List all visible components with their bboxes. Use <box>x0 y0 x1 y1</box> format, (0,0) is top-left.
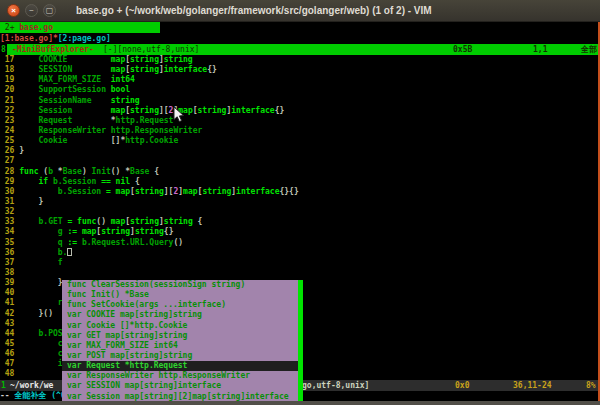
popup-scrollbar[interactable] <box>298 280 303 401</box>
line-number: 21 <box>0 96 14 106</box>
code-line-38[interactable]: 38 <box>0 268 598 278</box>
buffer-item-base-go[interactable]: [1:base.go]* <box>0 34 58 43</box>
code-line-30[interactable]: 30 b.Session = map[string][2]map[string]… <box>0 187 598 197</box>
completion-item[interactable]: var Session map[string][2]map[string]int… <box>62 392 298 401</box>
code-line-34[interactable]: 34 g := map[string]string{} <box>0 227 598 237</box>
statusline-hex-value: 0x5B <box>453 44 472 55</box>
minimize-button[interactable]: − <box>25 4 38 17</box>
code-token: string <box>101 227 130 236</box>
completion-item[interactable]: var COOKIE map[string]string <box>62 310 298 320</box>
code-token: b.POS <box>19 329 62 338</box>
code-token: SESSION <box>19 65 111 74</box>
statusline-buffer-name: -MiniBufExplorer- <box>12 44 94 55</box>
code-token: { <box>193 217 203 226</box>
code-token: string <box>164 217 193 226</box>
code-token: Base <box>130 167 149 176</box>
code-token: () <box>173 238 183 247</box>
vim-tabline: 2+ base.go <box>0 22 598 33</box>
statusline-prefix: 8 <box>1 44 6 55</box>
completion-popup: func ClearSession(sessionSign string)fun… <box>62 280 303 401</box>
code-line-17[interactable]: 17 COOKIE map[string]string <box>0 55 598 65</box>
line-number: 34 <box>0 227 14 237</box>
maximize-button[interactable]: ▢ <box>43 4 56 17</box>
code-token: interface <box>236 187 279 196</box>
code-token: Request <box>19 116 111 125</box>
code-token: ResponseWriter <box>19 126 111 135</box>
buffer-item-page-go[interactable]: [2:page.go] <box>58 34 111 43</box>
code-line-24[interactable]: 24 ResponseWriter http.ResponseWriter <box>0 126 598 136</box>
code-line-18[interactable]: 18 SESSION map[string]interface{} <box>0 65 598 75</box>
code-token: r <box>19 298 62 307</box>
code-token: Init <box>92 167 111 176</box>
code-token: map <box>116 187 130 196</box>
line-number: 33 <box>0 217 14 227</box>
completion-item[interactable]: var SESSION map[string]interface <box>62 381 298 391</box>
line-number: 32 <box>0 207 14 217</box>
code-token: string <box>130 217 159 226</box>
completion-item[interactable]: func ClearSession(sessionSign string) <box>62 280 298 290</box>
code-token: } <box>19 146 24 155</box>
statusline-window-num: 1 <box>1 380 6 391</box>
vim-window: × − ▢ base.go + (~/work/web/golanger/fra… <box>0 0 600 405</box>
code-line-33[interactable]: 33 b.GET = func() map[string]string { <box>0 217 598 227</box>
line-number: 31 <box>0 197 14 207</box>
statusline-scroll-pct: 8% <box>586 380 596 391</box>
code-line-27[interactable]: 27 <box>0 156 598 166</box>
completion-item[interactable]: var GET map[string]string <box>62 331 298 341</box>
code-line-21[interactable]: 21 SessionName string <box>0 96 598 106</box>
completion-item[interactable]: var ResponseWriter http.ResponseWriter <box>62 371 298 381</box>
code-token: func <box>77 217 96 226</box>
code-token: { <box>149 167 159 176</box>
code-token: Cookie <box>19 136 111 145</box>
code-token: {} <box>275 106 285 115</box>
code-token <box>19 177 38 186</box>
code-token: string <box>202 187 231 196</box>
line-number: 18 <box>0 65 14 75</box>
vim-editor-area: 2+ base.go [1:base.go]*[2:page.go] 8 -Mi… <box>0 22 600 401</box>
code-token: * <box>53 167 63 176</box>
line-number: 26 <box>0 146 14 156</box>
completion-item[interactable]: func Init() *Base <box>62 290 298 300</box>
close-button[interactable]: × <box>7 4 20 17</box>
code-token: := <box>67 227 77 236</box>
code-token: }() <box>19 309 53 318</box>
code-line-37[interactable]: 37 f <box>0 258 598 268</box>
code-token: nil <box>116 177 130 186</box>
minimize-icon: − <box>29 7 34 15</box>
code-line-28[interactable]: 28func (b *Base) Init() *Base { <box>0 167 598 177</box>
statusline-hex-value: 0x0 <box>455 380 469 391</box>
line-number: 27 <box>0 156 14 166</box>
code-line-35[interactable]: 35 q := b.Request.URL.Query() <box>0 238 598 248</box>
code-line-22[interactable]: 22 Session map[string][2]map[string]inte… <box>0 106 598 116</box>
code-token: http.ResponseWriter <box>111 126 203 135</box>
window-titlebar[interactable]: × − ▢ base.go + (~/work/web/golanger/fra… <box>0 0 600 22</box>
line-number: 40 <box>0 288 14 298</box>
tab-current[interactable]: 2+ base.go <box>0 22 160 33</box>
line-number: 38 <box>0 268 14 278</box>
code-token: map <box>82 227 96 236</box>
code-token: bool <box>111 85 130 94</box>
code-token: map <box>111 65 125 74</box>
completion-item-selected[interactable]: var Request *http.Request <box>62 361 298 371</box>
code-token: {}{} <box>279 187 298 196</box>
completion-item[interactable]: var Cookie []*http.Cookie <box>62 321 298 331</box>
code-token: b.GET <box>19 217 67 226</box>
close-icon: × <box>11 7 16 15</box>
code-line-36[interactable]: 36 b. <box>0 248 598 258</box>
completion-item[interactable]: var POST map[string]string <box>62 351 298 361</box>
code-line-23[interactable]: 23 Request *http.Request <box>0 116 598 126</box>
code-token: i <box>19 359 62 368</box>
completion-item[interactable]: func SetCookie(args ...interface) <box>62 300 298 310</box>
code-line-26[interactable]: 26} <box>0 146 598 156</box>
code-line-29[interactable]: 29 if b.Session == nil { <box>0 177 598 187</box>
minibufexplorer-line: [1:base.go]*[2:page.go] <box>0 33 598 44</box>
line-number: 20 <box>0 85 14 95</box>
code-line-32[interactable]: 32 <box>0 207 598 217</box>
code-line-20[interactable]: 20 SupportSession bool <box>0 85 598 95</box>
code-token: []* <box>111 136 125 145</box>
window-bottom-grip[interactable] <box>0 401 600 405</box>
completion-item[interactable]: var MAX_FORM_SIZE int64 <box>62 341 298 351</box>
code-line-19[interactable]: 19 MAX_FORM_SIZE int64 <box>0 75 598 85</box>
code-line-25[interactable]: 25 Cookie []*http.Cookie <box>0 136 598 146</box>
code-line-31[interactable]: 31 } <box>0 197 598 207</box>
